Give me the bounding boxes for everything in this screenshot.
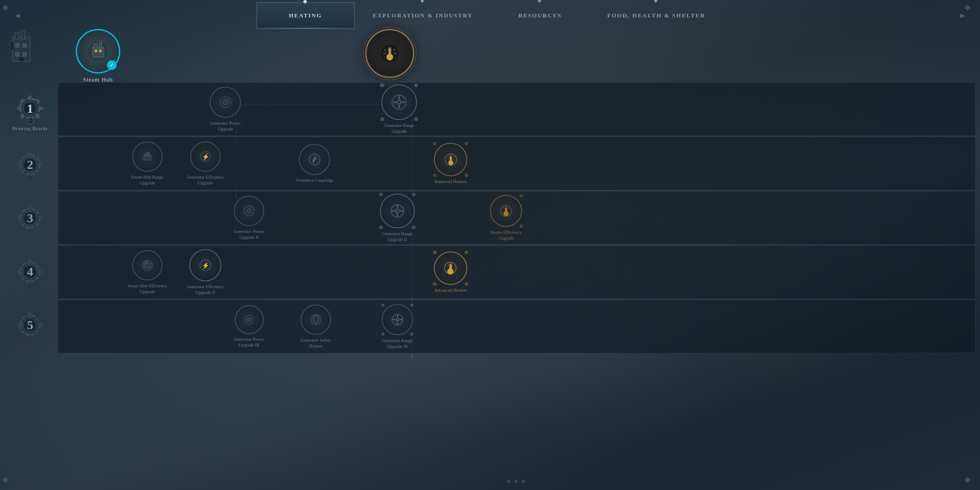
- overdrive-couplings-circle: [299, 144, 330, 175]
- level-5-gear: 5: [13, 309, 47, 342]
- level-3-gear: 3: [13, 202, 47, 235]
- heater-dot-2: [465, 142, 468, 146]
- svg-rect-25: [29, 96, 31, 100]
- nav-arrow-left[interactable]: ◄: [13, 11, 21, 20]
- gen-range-1-node[interactable]: Generator Range Upgrade: [379, 85, 419, 134]
- level-5-item[interactable]: 5: [4, 298, 56, 352]
- level-4-dot: [28, 282, 33, 288]
- heater-efficiency-label: Heater Efficiency Upgrade: [486, 229, 526, 241]
- steam-hub-efficiency-node[interactable]: Steam Hub Efficiency Upgrade: [127, 250, 167, 294]
- overdrive-couplings-node[interactable]: Overdrive Couplings: [296, 144, 333, 183]
- steam-hub-eff-icon: [141, 259, 154, 272]
- gen-safety-bypass-node[interactable]: Generator Safety Bypass: [296, 305, 336, 349]
- gen-efficiency-1-node[interactable]: ⚡ Generator Efficiency Upgrade: [185, 142, 225, 186]
- svg-rect-47: [29, 260, 31, 263]
- svg-point-74: [397, 101, 401, 104]
- svg-rect-35: [29, 153, 31, 156]
- adv-heat-dot-1: [433, 251, 437, 254]
- svg-rect-37: [18, 163, 21, 166]
- svg-point-15: [381, 45, 399, 62]
- gen-range-3-node[interactable]: Generator Range Upgrade III: [377, 304, 417, 349]
- heaters-node[interactable]: Heaters: [365, 29, 414, 88]
- heater-dot-4: [465, 174, 468, 177]
- gen-safety-icon: [310, 314, 322, 326]
- svg-rect-5: [23, 44, 26, 47]
- corner-decoration-bl: ◆: [2, 474, 16, 488]
- tab-heating[interactable]: HEATING: [257, 2, 355, 29]
- gen-power-2-icon: [243, 205, 255, 217]
- level-1-item[interactable]: 1 + Drawing Boards: [4, 85, 56, 138]
- gen-power-2-node[interactable]: Generator Power Upgrade II: [229, 196, 269, 240]
- tab-resources[interactable]: RESOURCES: [491, 2, 589, 29]
- overdrive-icon: [308, 153, 321, 166]
- level-4-item[interactable]: 4: [4, 245, 56, 298]
- tab-exploration[interactable]: EXPLORATION & INDUSTRY: [355, 2, 491, 29]
- steam-hub-range-circle: [132, 142, 163, 172]
- tab-heating-label: HEATING: [289, 12, 322, 19]
- gen-efficiency-1-icon: ⚡: [199, 151, 212, 163]
- steam-hub-icon: [86, 39, 110, 64]
- level-5-dot: [28, 336, 33, 341]
- range3-dot-4: [410, 333, 413, 336]
- steam-hub-range-node[interactable]: Steam Hub Range Upgrade: [127, 142, 167, 186]
- gen-power-3-icon: [243, 314, 255, 326]
- heaters-circle[interactable]: [365, 29, 414, 78]
- tech-row-2: Steam Hub Range Upgrade ⚡ Generator Effi…: [58, 137, 976, 190]
- level-3-number: 3: [27, 211, 33, 225]
- improved-heaters-node[interactable]: Improved Heaters: [434, 143, 467, 184]
- gen-power-3-circle: [235, 305, 264, 334]
- tech-tree: Generator Power Upgrade Ge: [58, 82, 976, 474]
- advanced-heaters-circle: [434, 252, 467, 285]
- steam-hub-node[interactable]: ✓ Steam Hub: [76, 29, 120, 83]
- gen-range-1-label: Generator Range Upgrade: [379, 122, 419, 134]
- svg-rect-41: [29, 206, 31, 210]
- svg-rect-18: [389, 48, 391, 56]
- advanced-heaters-node[interactable]: Advanced Heaters: [434, 252, 467, 293]
- level-sidebar: 1 + Drawing Boards 2: [4, 85, 56, 352]
- heat-eff-dot-1: [519, 194, 523, 198]
- svg-point-92: [396, 209, 399, 213]
- level-2-gear: 2: [13, 148, 47, 182]
- gen-range-3-icon: [391, 313, 404, 327]
- svg-rect-84: [450, 156, 452, 161]
- level-2-dot: [28, 176, 33, 181]
- tab-food[interactable]: FOOD, HEALTH & SHELTER: [589, 2, 723, 29]
- svg-rect-8: [18, 57, 24, 61]
- gen-power-2-circle: [234, 196, 264, 226]
- svg-rect-1: [15, 33, 19, 39]
- svg-rect-99: [146, 261, 147, 264]
- gen-power-1-icon: [219, 96, 232, 109]
- svg-rect-50: [39, 270, 42, 273]
- tech-row-5: Generator Power Upgrade III Generator Sa…: [58, 300, 976, 353]
- svg-rect-28: [39, 107, 42, 110]
- range2-dot-3: [379, 226, 383, 229]
- heater-efficiency-node[interactable]: Heater Efficiency Upgrade: [486, 195, 526, 241]
- svg-rect-105: [449, 264, 452, 270]
- svg-rect-11: [94, 44, 97, 49]
- steam-hub-efficiency-circle: [132, 250, 163, 281]
- gen-power-3-label: Generator Power Upgrade III: [229, 336, 269, 348]
- steam-hub-circle[interactable]: ✓: [76, 29, 120, 74]
- svg-rect-56: [39, 324, 42, 327]
- svg-rect-77: [148, 152, 149, 156]
- adv-heat-dot-4: [465, 282, 468, 286]
- gen-power-3-node[interactable]: Generator Power Upgrade III: [229, 305, 269, 348]
- gen-range-2-label: Generator Range Upgrade II: [377, 231, 417, 242]
- adv-heat-dot-3: [433, 282, 437, 286]
- svg-rect-4: [16, 44, 19, 47]
- svg-point-68: [223, 100, 228, 105]
- tech-row-3: Generator Power Upgrade II Generator Ran…: [58, 191, 976, 245]
- range3-dot-1: [381, 304, 384, 307]
- gen-efficiency-2-node[interactable]: ⚡ Generator Efficiency Upgrade II: [185, 249, 225, 295]
- svg-rect-3: [10, 41, 14, 50]
- svg-rect-16: [388, 47, 391, 56]
- overdrive-couplings-label: Overdrive Couplings: [296, 177, 333, 183]
- advanced-heaters-icon: [443, 261, 458, 276]
- gen-range-2-node[interactable]: Generator Range Upgrade II: [377, 194, 417, 242]
- improved-heaters-circle: [434, 143, 467, 176]
- svg-rect-7: [23, 53, 26, 56]
- level-3-item[interactable]: 3: [4, 192, 56, 245]
- gen-power-1-node[interactable]: Generator Power Upgrade: [205, 87, 245, 132]
- nav-arrow-right[interactable]: ►: [959, 11, 967, 20]
- level-2-item[interactable]: 2: [4, 138, 56, 192]
